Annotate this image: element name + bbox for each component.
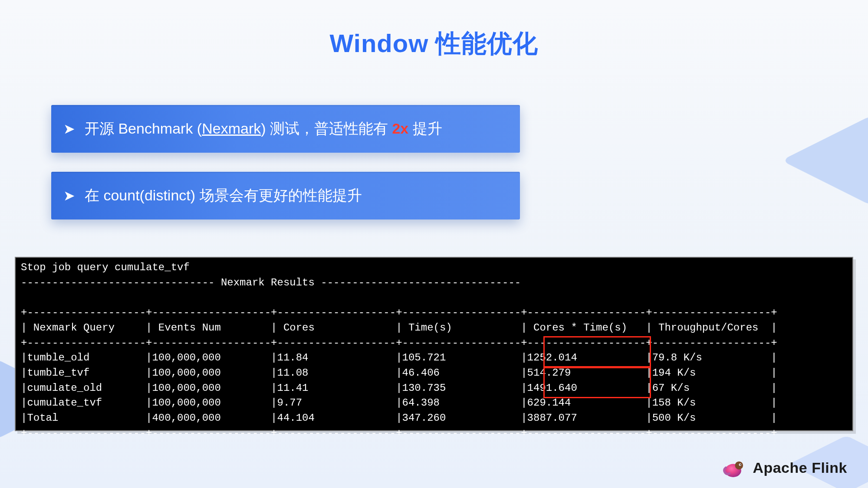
slide-title: Window 性能优化 (0, 27, 868, 61)
bullet-1-post: 提升 (408, 120, 442, 137)
bullet-1-text: 开源 Benchmark (Nexmark) 测试，普适性能有 2x 提升 (85, 119, 442, 139)
chevron-icon: ➤ (63, 121, 75, 137)
bullet-2: ➤ 在 count(distinct) 场景会有更好的性能提升 (51, 172, 520, 219)
brand-text: Apache Flink (753, 459, 847, 476)
svg-point-3 (740, 464, 741, 465)
bullet-1-pre: 开源 Benchmark ( (85, 120, 202, 137)
bullet-2-text: 在 count(distinct) 场景会有更好的性能提升 (85, 186, 362, 206)
flink-logo-icon (722, 456, 746, 479)
footer: Apache Flink (722, 456, 847, 479)
nexmark-link[interactable]: Nexmark (202, 120, 261, 137)
bullet-1: ➤ 开源 Benchmark (Nexmark) 测试，普适性能有 2x 提升 (51, 105, 520, 153)
bullet-1-highlight: 2x (392, 120, 408, 137)
slide: Window 性能优化 ➤ 开源 Benchmark (Nexmark) 测试，… (0, 0, 868, 488)
terminal-output: Stop job query cumulate_tvf ------------… (15, 257, 853, 431)
bullet-1-mid: ) 测试，普适性能有 (261, 120, 392, 137)
svg-point-1 (735, 462, 743, 470)
chevron-icon: ➤ (63, 187, 75, 204)
decorative-cube (808, 96, 868, 225)
terminal-pre: Stop job query cumulate_tvf ------------… (21, 260, 847, 441)
